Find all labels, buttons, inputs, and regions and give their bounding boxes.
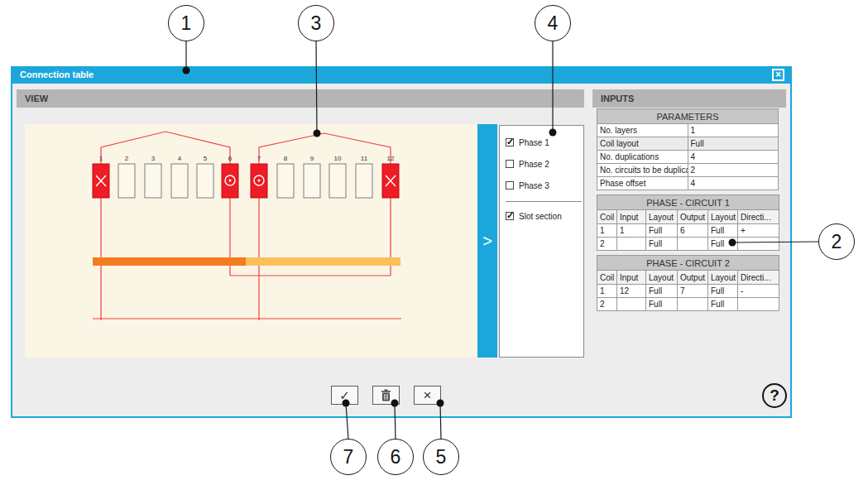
panel-expander[interactable]: > [477,124,497,358]
question-mark-icon: ? [770,387,779,404]
phase2-option: Phase 2 [506,153,583,175]
parameters-table: PARAMETERS No. layers 1 Coil layout Full… [597,108,779,190]
callout-6: 6 [377,439,414,475]
svg-text:9: 9 [310,155,314,162]
svg-text:6: 6 [228,155,233,162]
confirm-button[interactable]: ✓ [331,386,358,405]
svg-text:7: 7 [257,155,261,162]
phase3-checkbox[interactable] [506,181,514,190]
dialog-title: Connection table [20,66,94,84]
screenshot-root: Connection table × VIEW INPUTS [0,0,868,485]
svg-text:4: 4 [178,155,182,162]
slot-2 [118,164,135,198]
table-row: 1 12 Full 7 Full - [597,285,779,298]
check-icon: ✓ [339,388,350,403]
slot-boxes [93,164,399,198]
slot-10 [329,164,346,198]
table-header-row: Coil Input Layout Output Layout Directi.… [597,271,779,285]
table-header-row: Coil Input Layout Output Layout Directi.… [597,210,779,224]
svg-text:11: 11 [361,155,368,162]
winding-diagram: 1 2 3 4 5 6 7 8 9 10 11 12 [25,124,477,358]
phase1-wiring-lines [93,132,401,320]
callout-4: 4 [535,5,571,41]
table-row: No. duplications 4 [597,151,779,164]
chevron-right-icon: > [482,232,492,251]
winding-diagram-canvas: 1 2 3 4 5 6 7 8 9 10 11 12 [25,124,477,358]
table-row: 2 Full Full [597,298,779,311]
slot-5 [197,164,213,198]
connection-table-dialog: Connection table × VIEW INPUTS [11,66,792,418]
svg-text:8: 8 [284,155,288,162]
table-row: 1 1 Full 6 Full + [597,224,779,238]
svg-text:12: 12 [387,155,395,162]
callout-3: 3 [298,5,334,41]
view-section-header: VIEW [17,89,584,108]
table-row: No. circuits to be duplicated 2 [597,164,779,177]
callout-5: 5 [423,439,459,475]
slot-8 [277,164,294,198]
display-options-panel: Phase 1 Phase 2 Phase 3 Slot section [499,125,584,358]
phase2-checkbox[interactable] [506,160,514,168]
inputs-section-header: INPUTS [592,89,786,108]
parameters-title: PARAMETERS [597,109,779,124]
current-direction-markers [96,175,396,186]
phase1-checkbox[interactable] [506,138,514,146]
phase3-label: Phase 3 [519,181,549,190]
x-icon: × [424,389,432,401]
phase1-option: Phase 1 [506,132,583,153]
slot-section-label: Slot section [519,212,562,221]
phase3-option: Phase 3 [506,175,583,196]
svg-text:2: 2 [125,155,129,162]
table-row: No. layers 1 [597,124,779,137]
svg-text:10: 10 [334,155,342,162]
phase2-label: Phase 2 [519,160,549,169]
trash-icon [381,389,391,401]
table-row: 2 Full Full [597,238,779,251]
svg-text:1: 1 [99,155,103,162]
inputs-tables: PARAMETERS No. layers 1 Coil layout Full… [597,108,779,315]
phase1-label: Phase 1 [519,138,549,147]
phase-circuit1-title: PHASE - CIRCUIT 1 [597,195,779,210]
slot-section-checkbox[interactable] [506,212,514,220]
phase-circuit2-table: PHASE - CIRCUIT 2 Coil Input Layout Outp… [597,255,779,311]
table-row: Coil layout Full [597,137,779,151]
delete-button[interactable] [372,386,400,405]
svg-text:3: 3 [151,155,156,162]
dialog-titlebar: Connection table × [12,66,790,84]
phase-circuit1-table: PHASE - CIRCUIT 1 Coil Input Layout Outp… [597,194,779,251]
slot-9 [304,164,320,198]
callout-2: 2 [818,223,855,260]
slot-section-bar-right [246,257,400,266]
slot-11 [356,164,372,198]
callout-1: 1 [168,5,204,41]
phase-circuit2-title: PHASE - CIRCUIT 2 [597,256,779,271]
cancel-button[interactable]: × [414,386,441,405]
help-button[interactable]: ? [762,383,787,408]
svg-text:5: 5 [204,155,208,162]
callout-7: 7 [330,439,367,475]
slot-numbers: 1 2 3 4 5 6 7 8 9 10 11 12 [99,155,395,162]
slot-section-option: Slot section [506,205,583,227]
options-divider [506,201,582,202]
close-icon[interactable]: × [772,69,784,81]
slot-4 [171,164,188,198]
slot-3 [145,164,161,198]
table-row: Phase offset 4 [597,177,779,190]
slot-section-bar-left [93,257,246,266]
